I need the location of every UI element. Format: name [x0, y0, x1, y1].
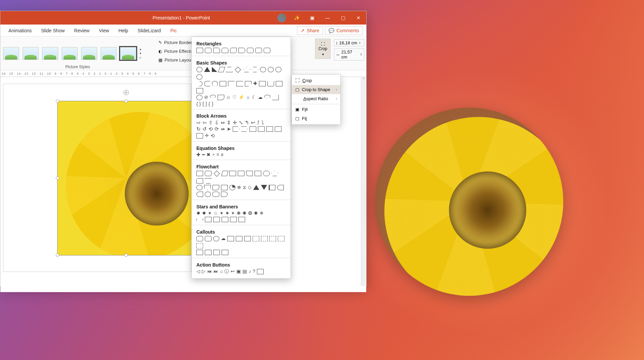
shape-snip-diagonal[interactable] [230, 48, 237, 53]
gallery-more-icon[interactable]: ▿ [140, 56, 141, 59]
shape-fc-magnetic-disk[interactable] [205, 192, 211, 197]
shape-left-right-callout[interactable] [196, 133, 203, 138]
shape-sun[interactable]: ☼ [246, 95, 250, 100]
maximize-button[interactable]: ▢ [335, 11, 351, 25]
minimize-button[interactable]: — [320, 11, 335, 25]
shape-right-arrow[interactable]: ⇨ [196, 120, 201, 125]
shape-cloud[interactable]: ☁ [258, 95, 263, 100]
shape-heart[interactable]: ♡ [232, 95, 237, 100]
shape-fc-offpage[interactable] [204, 185, 211, 190]
shape-double-bracket[interactable] [272, 95, 279, 100]
tab-review[interactable]: Review [69, 25, 94, 37]
shape-fc-card[interactable] [213, 185, 219, 190]
shape-parallelogram[interactable] [218, 67, 225, 72]
shape-action-return[interactable]: ↩ [231, 269, 235, 274]
shape-teardrop[interactable] [212, 81, 218, 86]
shape-plaque[interactable] [259, 81, 266, 86]
shape-right-callout[interactable] [250, 126, 256, 132]
shape-no-symbol[interactable]: ⊘ [204, 95, 208, 100]
shape-plus-sign[interactable]: ✚ [196, 152, 200, 157]
shape-l-shape[interactable] [236, 81, 243, 86]
shape-block-arc[interactable] [210, 95, 216, 98]
shape-action-end[interactable]: ⏭ [214, 269, 218, 274]
shape-rect-callout[interactable] [196, 236, 203, 241]
shape-quad-callout[interactable]: ✛ [205, 133, 209, 138]
shape-snip-round[interactable] [238, 48, 245, 53]
shape-7pt-star[interactable]: ✷ [225, 211, 229, 215]
shape-fc-internal-storage[interactable] [238, 171, 244, 176]
scroll-up-icon[interactable]: ˄ [361, 77, 366, 82]
shape-line-callout3-accent[interactable] [278, 236, 285, 241]
picture-layout-button[interactable]: ▦Picture Layout▾ [158, 56, 197, 64]
shape-notched-right[interactable]: ➤ [227, 126, 231, 132]
shape-up-callout[interactable] [275, 126, 281, 132]
shape-rectangle[interactable] [196, 48, 203, 53]
shape-horizontal-scroll[interactable] [222, 217, 228, 222]
shape-4pt-star[interactable]: ✦ [208, 211, 212, 215]
shape-ribbon2[interactable] [205, 217, 212, 222]
width-field[interactable]: ↔21,57 cm⇕ [334, 48, 364, 61]
shape-left-bracket[interactable]: { } [196, 102, 201, 106]
shape-fc-alt-process[interactable] [205, 171, 212, 176]
resize-handle-sw[interactable] [56, 253, 59, 257]
picture-style-5[interactable] [81, 47, 97, 60]
shape-10pt-star[interactable]: ❋ [237, 211, 241, 215]
shape-action-back[interactable]: ◁ [196, 269, 200, 274]
menu-item-fit[interactable]: ▢Fit [292, 114, 340, 123]
shape-line-callout3-noborder[interactable] [213, 250, 220, 255]
wand-icon[interactable]: ✨ [289, 11, 304, 25]
shape-bevel[interactable] [196, 88, 203, 93]
shape-line-callout1-noborder[interactable] [196, 250, 203, 255]
shape-u-turn-arrow[interactable]: ↩ [251, 120, 255, 125]
shape-fc-document[interactable] [246, 171, 253, 176]
resize-handle-w[interactable] [56, 176, 59, 180]
shape-up-arrow[interactable]: ⇧ [209, 120, 213, 125]
shape-curved-up[interactable]: ⟲ [209, 126, 213, 132]
shape-action-movie[interactable]: ▣ [236, 269, 241, 274]
shape-action-home[interactable]: ⌂ [220, 269, 223, 274]
shape-explosion1[interactable]: ✸ [196, 211, 200, 215]
shape-oval-callout[interactable] [213, 236, 219, 241]
shape-right-brace2[interactable]: } [212, 102, 214, 106]
tab-view[interactable]: View [94, 25, 114, 37]
shape-fc-manual-input[interactable] [196, 178, 203, 184]
crop-split-button[interactable]: ⛶ Crop ▾ [315, 39, 331, 59]
shape-action-blank[interactable] [257, 269, 264, 274]
menu-item-crop-to-shape[interactable]: ▢Crop to Shape› [292, 85, 340, 94]
shape-line-callout4[interactable] [253, 236, 259, 241]
shape-line-callout3[interactable] [244, 236, 251, 241]
shape-fc-display[interactable] [221, 192, 228, 197]
shape-fc-predefined[interactable] [229, 171, 236, 176]
picture-style-1[interactable] [3, 47, 19, 60]
shape-action-help[interactable]: ? [253, 269, 255, 274]
shape-left-brace[interactable]: ] [205, 102, 207, 106]
shape-not-equal-sign[interactable]: ≠ [221, 152, 224, 157]
shape-multiply-sign[interactable]: ✖ [206, 152, 211, 157]
shape-right-triangle[interactable] [212, 67, 217, 72]
shape-quad-arrow[interactable]: ✛ [233, 120, 237, 125]
shape-folded-corner[interactable] [218, 95, 224, 100]
shape-snip-single-corner[interactable] [213, 48, 220, 53]
shape-chevron[interactable] [241, 126, 248, 132]
tab-help[interactable]: Help [114, 25, 133, 37]
shape-round-same-side[interactable] [255, 48, 262, 53]
shape-fc-manual-op[interactable] [205, 178, 212, 184]
shape-line-callout1-accent[interactable] [261, 236, 268, 241]
resize-handle-n[interactable] [124, 99, 128, 103]
shape-circular-arrow[interactable]: ⟲ [211, 133, 215, 138]
spinner-icon[interactable]: ⇕ [360, 53, 363, 56]
shape-right-bracket[interactable]: [ [202, 102, 204, 106]
shape-oval[interactable] [196, 67, 202, 72]
height-field[interactable]: ↕16,18 cm⇕ [334, 39, 364, 46]
tab-slideshow[interactable]: Slide Show [36, 25, 69, 37]
shape-5pt-star[interactable]: ☆ [214, 211, 218, 215]
shape-down-callout[interactable] [258, 126, 265, 132]
tab-picture-format[interactable]: Pic [165, 25, 181, 37]
shape-pentagon-arrow[interactable] [233, 126, 239, 132]
shape-6pt-star[interactable]: ✶ [220, 211, 224, 215]
shape-fc-decision[interactable] [214, 170, 220, 176]
shape-plus[interactable]: ✚ [253, 81, 257, 86]
share-button[interactable]: ↗Share [297, 26, 323, 35]
shape-moon[interactable]: ☾ [252, 95, 256, 100]
shape-16pt-star[interactable]: ❂ [248, 211, 252, 215]
